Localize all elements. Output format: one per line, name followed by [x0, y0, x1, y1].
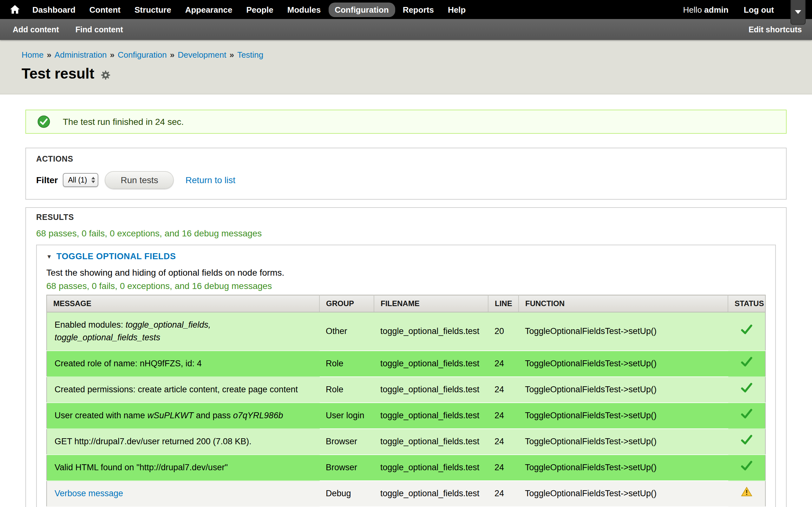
result-line: 24	[488, 481, 519, 507]
toolbar-item-dashboard[interactable]: Dashboard	[26, 2, 82, 17]
message-text: Created role of name: nHQ9fFZS, id: 4	[55, 359, 202, 368]
message-text: Valid HTML found on "http://drupal7.dev/…	[55, 463, 228, 472]
emphasized-text: toggle_optional_fields_tests	[55, 333, 160, 342]
result-line: 24	[488, 351, 519, 377]
emphasized-text: wSuPLKWT	[148, 411, 194, 420]
select-stepper-icon	[92, 177, 96, 183]
toolbar-toggle-button[interactable]	[791, 0, 806, 25]
result-line: 24	[488, 455, 519, 481]
breadcrumb-separator: »	[110, 50, 114, 60]
result-line: 24	[488, 429, 519, 455]
return-to-list-link[interactable]: Return to list	[186, 175, 235, 185]
toolbar-item-structure[interactable]: Structure	[128, 2, 177, 17]
test-group-description: Test the showing and hiding of optional …	[46, 268, 766, 278]
result-group: Browser	[319, 429, 374, 455]
contextual-gear-button[interactable]	[101, 70, 110, 79]
result-group: User login	[319, 403, 374, 429]
logout-link[interactable]: Log out	[744, 5, 774, 14]
toolbar-item-people[interactable]: People	[240, 2, 280, 17]
greeting-text: Hello admin	[683, 5, 728, 14]
check-circle-icon	[38, 115, 50, 128]
page-title: Test result	[21, 65, 812, 82]
result-filename: toggle_optional_fields.test	[374, 351, 488, 377]
run-tests-button[interactable]: Run tests	[105, 171, 174, 189]
results-table-body: Enabled modules: toggle_optional_fields,…	[47, 312, 765, 507]
caret-down-icon	[795, 10, 801, 17]
test-group-title-link[interactable]: TOGGLE OPTIONAL FIELDS	[56, 251, 176, 261]
page: DashboardContentStructureAppearancePeopl…	[0, 0, 812, 507]
result-message: User created with name wSuPLKWT and pass…	[47, 403, 319, 429]
result-function: ToggleOptionalFieldsTest->setUp()	[519, 403, 728, 429]
test-group-header[interactable]: ▼ TOGGLE OPTIONAL FIELDS	[46, 251, 766, 261]
column-header-line: LINE	[488, 295, 519, 312]
pass-icon	[741, 435, 752, 445]
result-filename: toggle_optional_fields.test	[374, 377, 488, 403]
result-group: Role	[319, 351, 374, 377]
admin-toolbar: DashboardContentStructureAppearancePeopl…	[0, 0, 812, 19]
verbose-message-link[interactable]: Verbose message	[55, 489, 123, 498]
result-status	[728, 455, 765, 481]
result-status	[728, 351, 765, 377]
result-function: ToggleOptionalFieldsTest->setUp()	[519, 377, 728, 403]
main-content: The test run finished in 24 sec. ACTIONS…	[0, 95, 812, 507]
filter-select[interactable]: All (1)	[63, 173, 98, 187]
page-title-text: Test result	[21, 65, 94, 82]
breadcrumb-link-administration[interactable]: Administration	[55, 50, 107, 60]
message-text: User created with name	[55, 411, 148, 420]
results-legend: RESULTS	[36, 213, 776, 222]
status-message-text: The test run finished in 24 sec.	[63, 117, 184, 127]
toolbar-item-appearance[interactable]: Appearance	[179, 2, 239, 17]
result-line: 24	[488, 403, 519, 429]
results-fieldset: RESULTS 68 passes, 0 fails, 0 exceptions…	[26, 207, 786, 507]
username: admin	[704, 5, 728, 14]
breadcrumb-link-configuration[interactable]: Configuration	[118, 50, 167, 60]
status-message: The test run finished in 24 sec.	[26, 110, 786, 134]
result-function: ToggleOptionalFieldsTest->setUp()	[519, 351, 728, 377]
toolbar-item-help[interactable]: Help	[442, 2, 472, 17]
result-row: GET http://drupal7.dev/user returned 200…	[47, 429, 765, 455]
result-function: ToggleOptionalFieldsTest->setUp()	[519, 312, 728, 351]
shortcut-bar: Add contentFind content Edit shortcuts	[0, 19, 812, 40]
edit-shortcuts-link[interactable]: Edit shortcuts	[749, 25, 802, 34]
result-row: Valid HTML found on "http://drupal7.dev/…	[47, 455, 765, 481]
message-text: Created permissions: create article cont…	[55, 385, 298, 394]
toolbar-item-modules[interactable]: Modules	[281, 2, 327, 17]
shortcut-find-content[interactable]: Find content	[75, 25, 123, 34]
home-icon	[10, 5, 20, 14]
actions-fieldset: ACTIONS Filter All (1) Run tests Return …	[26, 148, 786, 200]
message-text: Enabled modules:	[55, 320, 125, 330]
pass-icon	[741, 409, 752, 419]
toolbar-item-reports[interactable]: Reports	[397, 2, 440, 17]
actions-legend: ACTIONS	[36, 155, 776, 164]
result-status	[728, 312, 765, 351]
result-function: ToggleOptionalFieldsTest->setUp()	[519, 429, 728, 455]
column-header-filename: FILENAME	[374, 295, 488, 312]
breadcrumb-separator: »	[229, 50, 234, 60]
result-filename: toggle_optional_fields.test	[374, 403, 488, 429]
emphasized-text: toggle_optional_fields,	[125, 320, 211, 330]
result-group: Role	[319, 377, 374, 403]
shortcut-items: Add contentFind content	[13, 25, 123, 34]
gear-icon	[101, 70, 110, 79]
toolbar-item-content[interactable]: Content	[83, 2, 127, 17]
result-message: Created permissions: create article cont…	[47, 377, 319, 403]
breadcrumb-link-testing[interactable]: Testing	[237, 50, 263, 60]
page-header: Home»Administration»Configuration»Develo…	[0, 40, 812, 95]
toolbar-item-configuration[interactable]: Configuration	[328, 2, 395, 17]
result-message: Enabled modules: toggle_optional_fields,…	[47, 312, 319, 351]
actions-row: Filter All (1) Run tests Return to list	[36, 171, 776, 189]
shortcut-add-content[interactable]: Add content	[13, 25, 59, 34]
breadcrumb-link-development[interactable]: Development	[177, 50, 226, 60]
home-button[interactable]	[10, 5, 20, 14]
result-row: Created permissions: create article cont…	[47, 377, 765, 403]
message-text: and pass	[194, 411, 233, 420]
result-message: Valid HTML found on "http://drupal7.dev/…	[47, 455, 319, 481]
filter-select-value: All (1)	[68, 176, 87, 184]
pass-icon	[741, 325, 752, 335]
column-header-message: MESSAGE	[47, 295, 319, 312]
result-message: Verbose message	[47, 481, 319, 507]
result-function: ToggleOptionalFieldsTest->setUp()	[519, 481, 728, 507]
result-line: 24	[488, 377, 519, 403]
breadcrumb-link-home[interactable]: Home	[21, 50, 44, 60]
breadcrumb-separator: »	[170, 50, 174, 60]
